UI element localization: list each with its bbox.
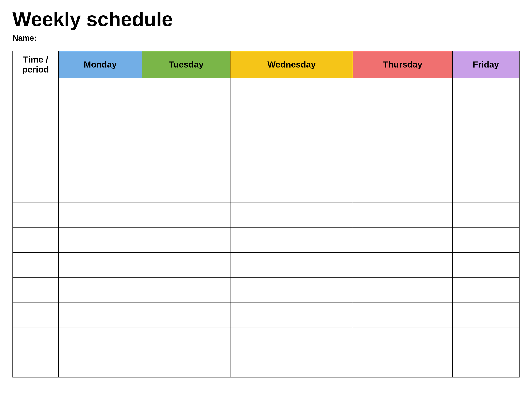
time-period-cell[interactable] bbox=[13, 278, 58, 303]
schedule-cell[interactable] bbox=[452, 228, 519, 253]
table-row bbox=[13, 228, 519, 253]
schedule-cell[interactable] bbox=[353, 253, 452, 278]
table-row bbox=[13, 253, 519, 278]
schedule-cell[interactable] bbox=[452, 153, 519, 178]
schedule-cell[interactable] bbox=[58, 278, 142, 303]
time-period-header: Time / period bbox=[13, 51, 58, 78]
table-row bbox=[13, 78, 519, 103]
table-row bbox=[13, 103, 519, 128]
schedule-cell[interactable] bbox=[58, 327, 142, 352]
schedule-cell[interactable] bbox=[58, 203, 142, 228]
schedule-cell[interactable] bbox=[230, 303, 353, 327]
time-period-cell[interactable] bbox=[13, 128, 58, 153]
schedule-cell[interactable] bbox=[142, 228, 231, 253]
schedule-cell[interactable] bbox=[142, 253, 231, 278]
table-row bbox=[13, 153, 519, 178]
monday-header: Monday bbox=[58, 51, 142, 78]
schedule-cell[interactable] bbox=[58, 128, 142, 153]
schedule-cell[interactable] bbox=[353, 128, 452, 153]
schedule-cell[interactable] bbox=[230, 103, 353, 128]
schedule-cell[interactable] bbox=[353, 228, 452, 253]
time-period-cell[interactable] bbox=[13, 103, 58, 128]
schedule-cell[interactable] bbox=[452, 253, 519, 278]
schedule-cell[interactable] bbox=[353, 78, 452, 103]
schedule-cell[interactable] bbox=[353, 153, 452, 178]
page-title: Weekly schedule bbox=[13, 8, 519, 30]
schedule-cell[interactable] bbox=[230, 128, 353, 153]
table-row bbox=[13, 203, 519, 228]
schedule-cell[interactable] bbox=[452, 352, 519, 377]
table-row bbox=[13, 352, 519, 377]
schedule-cell[interactable] bbox=[142, 203, 231, 228]
schedule-cell[interactable] bbox=[353, 103, 452, 128]
time-period-cell[interactable] bbox=[13, 203, 58, 228]
schedule-cell[interactable] bbox=[142, 78, 231, 103]
schedule-cell[interactable] bbox=[58, 153, 142, 178]
schedule-cell[interactable] bbox=[142, 153, 231, 178]
table-row bbox=[13, 128, 519, 153]
schedule-cell[interactable] bbox=[230, 178, 353, 203]
schedule-cell[interactable] bbox=[452, 327, 519, 352]
schedule-cell[interactable] bbox=[58, 178, 142, 203]
schedule-cell[interactable] bbox=[230, 352, 353, 377]
schedule-cell[interactable] bbox=[353, 278, 452, 303]
schedule-cell[interactable] bbox=[452, 128, 519, 153]
schedule-cell[interactable] bbox=[353, 203, 452, 228]
schedule-cell[interactable] bbox=[142, 103, 231, 128]
schedule-cell[interactable] bbox=[230, 153, 353, 178]
weekly-schedule-table: Time / period Monday Tuesday Wednesday T… bbox=[13, 51, 519, 378]
schedule-cell[interactable] bbox=[452, 278, 519, 303]
tuesday-header: Tuesday bbox=[142, 51, 231, 78]
schedule-cell[interactable] bbox=[58, 228, 142, 253]
thursday-header: Thursday bbox=[353, 51, 452, 78]
name-label: Name: bbox=[13, 34, 519, 43]
table-row bbox=[13, 178, 519, 203]
friday-header: Friday bbox=[452, 51, 519, 78]
schedule-cell[interactable] bbox=[230, 327, 353, 352]
schedule-cell[interactable] bbox=[452, 103, 519, 128]
schedule-cell[interactable] bbox=[230, 78, 353, 103]
schedule-cell[interactable] bbox=[58, 78, 142, 103]
schedule-cell[interactable] bbox=[58, 352, 142, 377]
schedule-cell[interactable] bbox=[142, 178, 231, 203]
table-row bbox=[13, 278, 519, 303]
time-period-cell[interactable] bbox=[13, 303, 58, 327]
schedule-cell[interactable] bbox=[230, 278, 353, 303]
schedule-cell[interactable] bbox=[452, 203, 519, 228]
schedule-cell[interactable] bbox=[353, 178, 452, 203]
schedule-cell[interactable] bbox=[142, 303, 231, 327]
time-period-cell[interactable] bbox=[13, 327, 58, 352]
time-period-cell[interactable] bbox=[13, 178, 58, 203]
schedule-cell[interactable] bbox=[230, 228, 353, 253]
schedule-cell[interactable] bbox=[142, 128, 231, 153]
schedule-cell[interactable] bbox=[452, 303, 519, 327]
time-period-cell[interactable] bbox=[13, 78, 58, 103]
schedule-cell[interactable] bbox=[353, 303, 452, 327]
schedule-cell[interactable] bbox=[142, 352, 231, 377]
schedule-cell[interactable] bbox=[142, 278, 231, 303]
time-period-cell[interactable] bbox=[13, 153, 58, 178]
time-period-cell[interactable] bbox=[13, 253, 58, 278]
schedule-cell[interactable] bbox=[58, 303, 142, 327]
table-row bbox=[13, 303, 519, 327]
time-period-cell[interactable] bbox=[13, 352, 58, 377]
wednesday-header: Wednesday bbox=[230, 51, 353, 78]
header-row: Time / period Monday Tuesday Wednesday T… bbox=[13, 51, 519, 78]
schedule-cell[interactable] bbox=[353, 327, 452, 352]
table-row bbox=[13, 327, 519, 352]
schedule-cell[interactable] bbox=[58, 103, 142, 128]
time-period-cell[interactable] bbox=[13, 228, 58, 253]
schedule-cell[interactable] bbox=[353, 352, 452, 377]
schedule-cell[interactable] bbox=[452, 78, 519, 103]
schedule-cell[interactable] bbox=[230, 203, 353, 228]
schedule-cell[interactable] bbox=[58, 253, 142, 278]
schedule-cell[interactable] bbox=[230, 253, 353, 278]
schedule-cell[interactable] bbox=[142, 327, 231, 352]
schedule-cell[interactable] bbox=[452, 178, 519, 203]
